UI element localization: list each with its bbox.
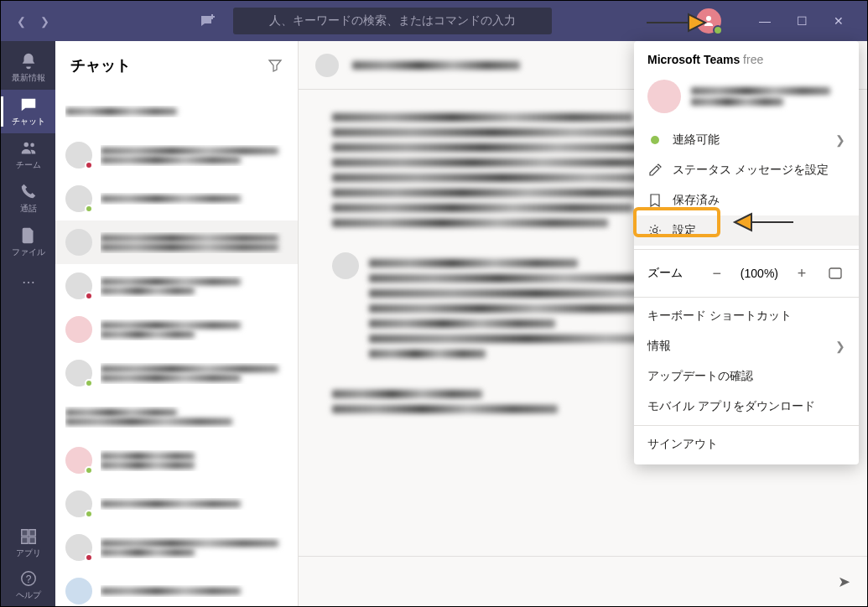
menu-download-mobile[interactable]: モバイル アプリをダウンロード — [634, 392, 859, 422]
list-item[interactable] — [55, 526, 298, 569]
menu-check-updates[interactable]: アップデートの確認 — [634, 361, 859, 392]
presence-available-icon — [713, 25, 723, 35]
search-input[interactable]: 人、キーワードの検索、またはコマンドの入力 — [233, 8, 552, 34]
filter-icon[interactable] — [268, 58, 283, 73]
profile-menu: Microsoft Teams free 連絡可能 ❯ ステータス メッセージを… — [634, 41, 859, 464]
list-item[interactable] — [55, 438, 298, 482]
zoom-in-button[interactable]: + — [792, 263, 812, 283]
chevron-right-icon: ❯ — [835, 340, 845, 353]
app-rail: 最新情報 チャット チーム 通話 ファイル ⋯ アプリ ? ヘルプ — [1, 41, 55, 606]
list-item[interactable] — [55, 569, 298, 606]
zoom-value: (100%) — [741, 267, 778, 280]
rail-files[interactable]: ファイル — [1, 220, 55, 264]
rail-chat[interactable]: チャット — [1, 90, 55, 133]
list-item[interactable] — [55, 264, 298, 308]
search-placeholder: 人、キーワードの検索、またはコマンドの入力 — [269, 13, 516, 29]
rail-apps[interactable]: アプリ — [1, 522, 55, 564]
list-item[interactable] — [55, 482, 298, 526]
avatar — [647, 80, 681, 113]
send-icon[interactable]: ➤ — [838, 573, 850, 591]
rail-help[interactable]: ? ヘルプ — [1, 564, 55, 606]
menu-set-status-message[interactable]: ステータス メッセージを設定 — [634, 155, 859, 185]
message-compose[interactable]: ➤ — [299, 556, 867, 606]
menu-saved[interactable]: 保存済み — [634, 185, 859, 215]
forward-button[interactable]: ❯ — [34, 11, 55, 31]
menu-status[interactable]: 連絡可能 ❯ — [634, 125, 859, 155]
presence-available-icon — [651, 136, 659, 144]
list-item[interactable] — [55, 351, 298, 395]
svg-rect-3 — [829, 268, 841, 278]
list-item[interactable] — [55, 308, 298, 351]
fullscreen-icon[interactable] — [825, 263, 845, 283]
rail-calls[interactable]: 通話 — [1, 177, 55, 220]
chat-list-title: チャット — [70, 55, 131, 75]
menu-zoom: ズーム − (100%) + — [634, 253, 859, 293]
profile-menu-title: Microsoft Teams free — [647, 53, 845, 66]
rail-teams[interactable]: チーム — [1, 133, 55, 177]
zoom-out-button[interactable]: − — [707, 263, 727, 283]
rail-activity[interactable]: 最新情報 — [1, 46, 55, 90]
new-message-icon[interactable] — [200, 13, 216, 29]
title-bar: ❮ ❯ 人、キーワードの検索、またはコマンドの入力 — ☐ ✕ — [1, 1, 867, 41]
maximize-button[interactable]: ☐ — [783, 4, 820, 38]
minimize-button[interactable]: — — [746, 4, 783, 38]
edit-icon — [647, 163, 663, 178]
list-item[interactable] — [55, 90, 298, 133]
bookmark-icon — [647, 193, 663, 208]
profile-menu-user — [634, 73, 859, 125]
profile-avatar[interactable] — [696, 8, 721, 34]
svg-text:?: ? — [25, 573, 31, 585]
menu-sign-out[interactable]: サインアウト — [634, 429, 859, 459]
menu-keyboard-shortcuts[interactable]: キーボード ショートカット — [634, 301, 859, 331]
menu-settings[interactable]: 設定 — [634, 215, 859, 246]
menu-about[interactable]: 情報❯ — [634, 331, 859, 361]
rail-more[interactable]: ⋯ — [1, 264, 55, 300]
list-item[interactable] — [55, 395, 298, 438]
gear-icon — [647, 223, 663, 238]
list-item[interactable] — [55, 220, 298, 264]
chat-list-pane: チャット — [55, 41, 299, 606]
conversation-avatar — [315, 54, 339, 77]
list-item[interactable] — [55, 177, 298, 220]
close-button[interactable]: ✕ — [820, 4, 857, 38]
svg-point-2 — [653, 229, 657, 233]
list-item[interactable] — [55, 133, 298, 177]
chevron-right-icon: ❯ — [835, 133, 845, 147]
back-button[interactable]: ❮ — [11, 11, 31, 31]
